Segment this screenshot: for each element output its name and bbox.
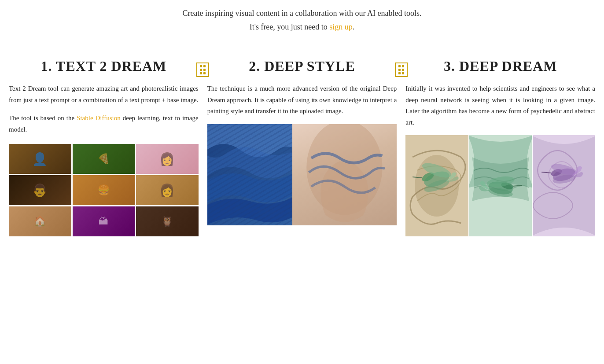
- face-svg: [292, 124, 397, 225]
- grid-cell-9: 🦉: [136, 206, 199, 236]
- dot: [203, 65, 206, 67]
- col-text2dream: 1. TEXT 2 DREAM Text 2 Dream tool can ge…: [4, 58, 203, 236]
- dot: [398, 65, 401, 67]
- dream-svg-3: [533, 135, 595, 236]
- grid-cell-5: 🍔: [73, 175, 135, 205]
- top-section: Create inspiring visual content in a col…: [0, 0, 604, 49]
- person-icon: 👤: [32, 152, 48, 166]
- deep-style-wave-half: [207, 124, 293, 225]
- dot: [398, 72, 401, 74]
- dream-cell-2: [469, 135, 532, 236]
- col1-title: 1. TEXT 2 DREAM: [9, 58, 199, 74]
- dot: [203, 72, 206, 74]
- col1-body2-prefix: The tool is based on the: [9, 114, 74, 121]
- features-columns: 1. TEXT 2 DREAM Text 2 Dream tool can ge…: [0, 49, 604, 254]
- grid-cell-6: 👩: [136, 175, 199, 205]
- dot: [398, 69, 401, 71]
- grid-cell-1: 👤: [9, 144, 71, 174]
- dream-cell-1: [405, 135, 468, 236]
- divider-icon-2: [393, 63, 409, 77]
- dot: [402, 72, 404, 74]
- dot: [200, 69, 202, 71]
- col-deep-style: 2. DEEP STYLE The technique is a much mo…: [203, 58, 401, 225]
- col1-body2: The tool is based on the Stable Diffusio…: [9, 113, 199, 135]
- signup-line-suffix: .: [353, 22, 355, 31]
- dot-row-2: [200, 69, 206, 71]
- deep-style-image: [207, 124, 397, 225]
- dot: [200, 72, 202, 74]
- col3-title: 3. DEEP DREAM: [405, 58, 595, 74]
- divider-icon-box-2: [395, 63, 408, 77]
- subtitle: Create inspiring visual content in a col…: [18, 9, 586, 18]
- food-icon: 🍕: [98, 153, 110, 165]
- dream-svg-2: [469, 135, 532, 236]
- col2-title: 2. DEEP STYLE: [207, 58, 397, 74]
- divider-icon-1: [195, 63, 211, 77]
- signup-link[interactable]: sign up: [329, 22, 353, 31]
- dream-svg-1: [405, 135, 468, 236]
- col2-body: The technique is a much more advanced ve…: [207, 83, 397, 117]
- signup-line-prefix: It's free, you just need to: [250, 22, 328, 31]
- text2dream-image-grid: 👤 🍕 👩 👨 🍔 👩 🏠 🏔: [9, 144, 199, 236]
- burger-icon: 🍔: [98, 184, 110, 196]
- divider-icon-box-1: [196, 63, 209, 77]
- dot: [402, 69, 404, 71]
- dream-cell-3: [533, 135, 595, 236]
- grid-cell-4: 👨: [9, 175, 71, 205]
- dot: [402, 65, 404, 67]
- dot-row-1: [200, 65, 206, 67]
- person-icon-2: 👩: [159, 152, 175, 166]
- dot: [203, 69, 206, 71]
- col3-body: Initially it was invented to help scient…: [405, 83, 595, 128]
- deep-style-face-half: [292, 124, 397, 225]
- grid-cell-8: 🏔: [73, 206, 135, 236]
- dot-row-3: [200, 72, 206, 74]
- mountain-icon: 🏔: [99, 216, 108, 227]
- person-icon-3: 👨: [32, 183, 48, 198]
- wave-lines: [207, 124, 293, 225]
- house-icon: 🏠: [34, 216, 46, 227]
- owl-icon: 🦉: [161, 216, 173, 227]
- person-icon-4: 👩: [159, 183, 175, 198]
- col-deep-dream: 3. DEEP DREAM Initially it was invented …: [401, 58, 600, 236]
- dot-row-6: [398, 72, 404, 74]
- grid-cell-7: 🏠: [9, 206, 71, 236]
- signup-line: It's free, you just need to sign up.: [18, 22, 586, 32]
- dot-row-4: [398, 65, 404, 67]
- dot: [200, 65, 202, 67]
- dot-row-5: [398, 69, 404, 71]
- grid-cell-3: 👩: [136, 144, 199, 174]
- stable-diffusion-link[interactable]: Stable Diffusion: [77, 114, 121, 121]
- grid-cell-2: 🍕: [73, 144, 135, 174]
- col1-body1: Text 2 Dream tool can generate amazing a…: [9, 83, 199, 106]
- deep-dream-image-grid: [405, 135, 595, 236]
